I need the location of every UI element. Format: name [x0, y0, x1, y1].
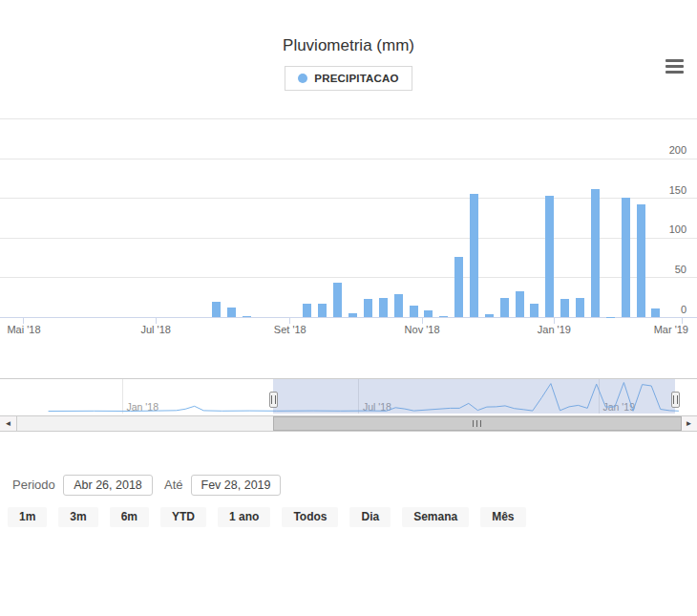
range-button-6m[interactable]: 6m — [110, 507, 149, 527]
range-button-3m[interactable]: 3m — [58, 507, 97, 527]
scrollbar-left-arrow-icon[interactable]: ◄ — [0, 416, 17, 431]
scrollbar[interactable]: ◄ ► — [0, 415, 697, 432]
range-button-1m[interactable]: 1m — [8, 507, 47, 527]
period-label: Periodo — [12, 475, 55, 496]
range-button-1-ano[interactable]: 1 ano — [218, 507, 270, 527]
handle-grip-icon — [271, 395, 276, 404]
range-selector-buttons: 1m3m6mYTD1 anoTodosDiaSemanaMês — [8, 507, 526, 527]
scrollbar-grip-icon — [473, 420, 481, 427]
period-until-label: Até — [164, 475, 183, 496]
range-button-mes[interactable]: Mês — [480, 507, 525, 527]
period-to-input[interactable] — [191, 475, 281, 496]
period-from-input[interactable] — [63, 475, 153, 496]
range-button-semana[interactable]: Semana — [402, 507, 469, 527]
range-button-ytd[interactable]: YTD — [160, 507, 206, 527]
scrollbar-right-arrow-icon[interactable]: ► — [680, 416, 697, 431]
navigator-left-handle[interactable] — [269, 392, 278, 408]
period-row: Periodo Até — [0, 475, 697, 496]
range-button-dia[interactable]: Dia — [349, 507, 391, 527]
navigator-area: Jan '18Jul '18Jan '19 — [0, 0, 697, 439]
range-button-todos[interactable]: Todos — [282, 507, 338, 527]
scrollbar-thumb[interactable] — [273, 416, 682, 431]
pluviometry-chart-widget: Pluviometria (mm) PRECIPITACAO 050100150… — [0, 0, 697, 616]
navigator-right-handle[interactable] — [671, 392, 680, 408]
handle-grip-icon — [673, 395, 678, 404]
navigator-selected-mask[interactable] — [273, 379, 675, 414]
